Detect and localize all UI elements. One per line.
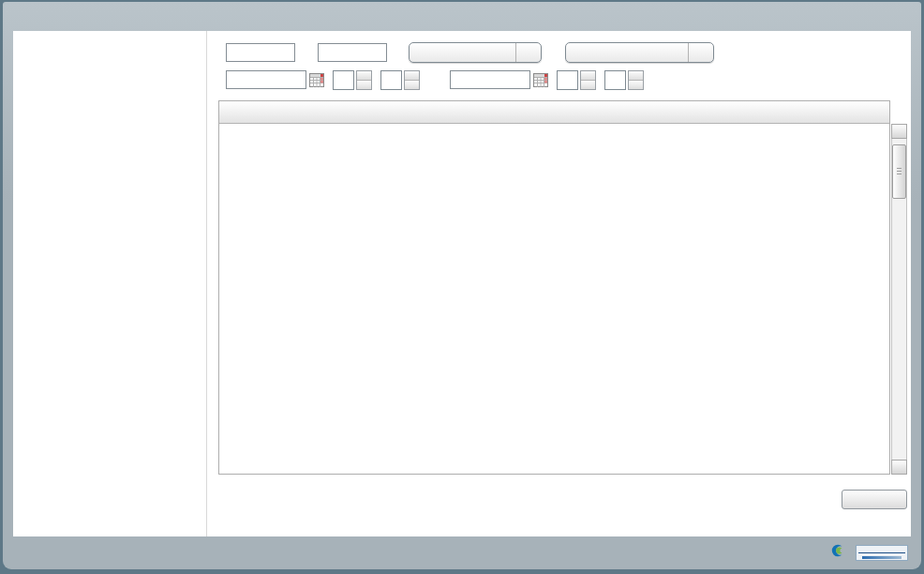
sidebar	[13, 31, 207, 536]
end-date-input[interactable]	[450, 70, 530, 89]
chevron-down-icon	[515, 43, 541, 62]
scrollbar-thumb[interactable]	[892, 144, 906, 199]
content-panel	[13, 31, 911, 536]
arrow-up-icon[interactable]	[405, 71, 419, 81]
filter-row-1	[218, 41, 911, 64]
footer-logos	[830, 544, 908, 561]
table-header-row	[219, 101, 889, 124]
arrow-down-icon[interactable]	[357, 81, 371, 89]
arrow-up-icon[interactable]	[629, 71, 643, 81]
search-button[interactable]	[842, 490, 907, 509]
vertical-scrollbar[interactable]	[891, 124, 907, 475]
scroll-up-icon[interactable]	[891, 124, 907, 139]
policy-select[interactable]	[409, 42, 542, 63]
calendar-icon[interactable]	[533, 73, 548, 87]
sit-input[interactable]	[318, 43, 387, 62]
end-minute-stepper	[604, 70, 644, 90]
arrow-down-icon[interactable]	[581, 81, 595, 89]
scrollbar-grip	[897, 168, 902, 175]
calendar-icon[interactable]	[309, 73, 324, 87]
end-hour-stepper	[557, 70, 596, 90]
results-table-wrap	[218, 100, 911, 475]
status-select[interactable]	[565, 42, 714, 63]
sidebar-spacer	[13, 31, 206, 536]
results-table	[218, 100, 890, 475]
title-bar	[3, 2, 921, 31]
scroll-down-icon[interactable]	[891, 460, 907, 475]
start-hour-stepper	[333, 70, 372, 90]
start-date-input[interactable]	[226, 70, 306, 89]
end-hour-arrows	[580, 70, 596, 90]
start-hour-value[interactable]	[333, 70, 354, 90]
isp-input[interactable]	[226, 43, 295, 62]
start-hour-arrows	[356, 70, 372, 90]
arrow-up-icon[interactable]	[357, 71, 371, 81]
chevron-down-icon	[688, 43, 713, 62]
arrow-up-icon[interactable]	[581, 71, 595, 81]
arrow-down-icon[interactable]	[405, 81, 419, 89]
amphinicy-logo	[830, 544, 846, 561]
end-minute-arrows	[628, 70, 644, 90]
scrollbar-track[interactable]	[892, 138, 906, 460]
end-minute-value[interactable]	[604, 70, 626, 90]
start-minute-arrows	[404, 70, 420, 90]
main-area	[207, 31, 911, 536]
search-row	[218, 490, 907, 509]
app-frame	[3, 2, 921, 569]
end-hour-value[interactable]	[557, 70, 578, 90]
newtec-logo	[856, 545, 908, 561]
filter-row-2	[218, 68, 911, 91]
arrow-down-icon[interactable]	[629, 81, 643, 89]
start-minute-value[interactable]	[380, 70, 402, 90]
amphinicy-swoosh-icon	[830, 544, 843, 561]
start-minute-stepper	[380, 70, 420, 90]
